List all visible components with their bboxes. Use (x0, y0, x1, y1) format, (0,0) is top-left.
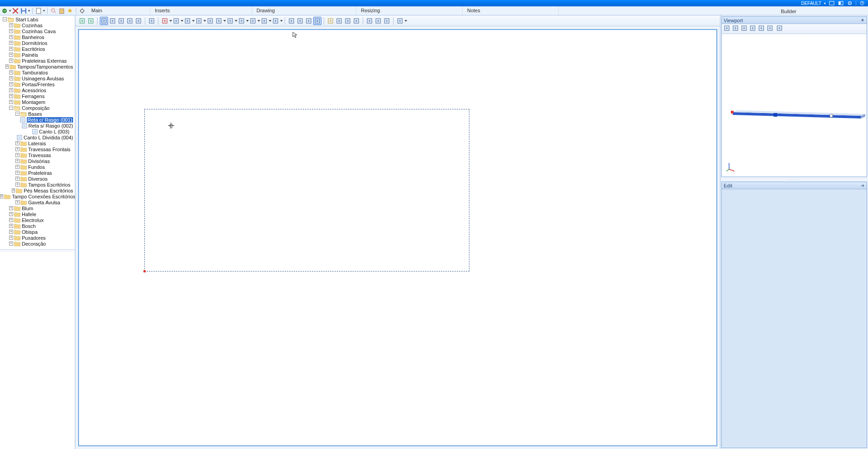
window-icon-1[interactable] (829, 0, 835, 6)
edit-body[interactable] (722, 189, 867, 448)
dropdown-icon[interactable] (181, 17, 183, 25)
tree-row[interactable]: +Travessas (0, 152, 75, 158)
tree-row[interactable]: +Blum (0, 205, 75, 211)
tree-row[interactable]: +Laterais (0, 140, 75, 146)
dropdown-icon[interactable] (192, 17, 194, 25)
dim-icon[interactable] (172, 17, 180, 25)
tab-main[interactable]: Main (87, 6, 150, 15)
tree-row[interactable]: Canto L Dividida (004) (0, 134, 75, 140)
tree-row[interactable]: +Dormitórios (0, 40, 75, 46)
tab-resizing[interactable]: Resizing (356, 6, 463, 15)
insert2-icon[interactable] (215, 17, 223, 25)
window-icon-2[interactable] (838, 0, 844, 6)
document-icon[interactable] (35, 7, 42, 15)
viewport-header[interactable]: Viewport × (722, 17, 867, 24)
tree-row[interactable]: +Montagem (0, 99, 75, 105)
tree-row[interactable]: Canto L (003) (0, 128, 75, 134)
zoom-out-icon[interactable] (750, 25, 757, 33)
line-icon[interactable] (260, 17, 268, 25)
dropdown-icon[interactable]: ▾ (28, 9, 30, 13)
zoom-in-icon[interactable] (117, 17, 125, 25)
dropdown-icon[interactable] (280, 17, 282, 25)
refresh-icon[interactable] (365, 17, 374, 25)
tree-row[interactable]: +Gaveta Avulsa (0, 199, 75, 205)
copy-icon[interactable] (271, 17, 280, 25)
tab-inserts[interactable]: Inserts (150, 6, 252, 15)
viewport-3d[interactable] (722, 34, 867, 177)
insert3-icon[interactable] (226, 17, 234, 25)
cylinder-icon[interactable] (335, 17, 343, 25)
zoom-fit-icon[interactable] (741, 25, 749, 33)
dropdown-icon[interactable] (257, 17, 260, 25)
tree-row[interactable]: +Obispa (0, 229, 75, 235)
edit-header[interactable]: Edit (722, 182, 867, 189)
help-icon[interactable]: ? (859, 0, 865, 6)
flag-icon[interactable] (161, 17, 169, 25)
close-red-icon[interactable] (12, 7, 19, 15)
columns-icon[interactable] (305, 17, 313, 25)
tree-row[interactable]: +Pés Mesas Escritórios (0, 187, 75, 193)
pan-icon[interactable] (767, 25, 774, 33)
tree-row[interactable]: +Banheiros (0, 34, 75, 40)
tag-icon[interactable] (383, 17, 391, 25)
align-icon[interactable] (183, 17, 192, 25)
dropdown-icon[interactable]: ▾ (43, 9, 45, 13)
orbit-icon[interactable] (732, 25, 740, 33)
tree-row[interactable]: +Ferragens (0, 93, 75, 99)
insert4-icon[interactable] (237, 17, 246, 25)
tree-row[interactable]: +Electrolux (0, 217, 75, 223)
clipboard-icon[interactable] (58, 7, 65, 15)
panel-icon[interactable] (344, 17, 352, 25)
tree-row[interactable]: −Start Labs (0, 16, 75, 22)
image-icon[interactable] (287, 17, 296, 25)
tree-row[interactable]: +Cozinhas (0, 22, 75, 28)
tree-row[interactable]: +Divisórias (0, 158, 75, 164)
drawing-canvas[interactable] (81, 32, 715, 444)
profile-dropdown-icon[interactable]: ▾ (824, 1, 826, 5)
library-tree-panel[interactable]: −Start Labs+Cozinhas+Cozinhas Cava+Banhe… (0, 15, 75, 449)
redo-icon[interactable] (87, 17, 95, 25)
col2-icon[interactable] (313, 17, 321, 25)
undo-icon[interactable] (78, 17, 86, 25)
grid-icon[interactable] (296, 17, 304, 25)
tree-row[interactable]: +Prateleiras (0, 170, 75, 176)
dropdown-icon[interactable] (169, 17, 172, 25)
tree-row[interactable]: +Tampos Escritórios (0, 182, 75, 187)
zoom-out-icon[interactable] (134, 17, 143, 25)
tree-row[interactable]: +Tamburatos (0, 69, 75, 75)
tree-row[interactable]: +Fundos (0, 164, 75, 170)
tab-builder[interactable]: Builder (776, 7, 867, 14)
dropdown-icon[interactable] (269, 17, 271, 25)
dropdown-icon[interactable] (223, 17, 226, 25)
tree-row[interactable]: +Acessórios (0, 87, 75, 93)
settings-gear-icon[interactable] (847, 0, 853, 6)
pin-icon[interactable] (860, 183, 865, 188)
tree-row[interactable]: +Painéis (0, 52, 75, 58)
expand-icon[interactable] (79, 7, 86, 15)
part-outline[interactable] (144, 109, 469, 271)
tree-row[interactable]: +Travessas Frontais (0, 146, 75, 152)
tree-row[interactable]: +Cozinhas Cava (0, 28, 75, 34)
info-icon[interactable] (352, 17, 360, 25)
layers-icon[interactable] (374, 17, 382, 25)
view-cube-icon[interactable] (776, 25, 784, 33)
insert1-icon[interactable] (206, 17, 214, 25)
globe-back-icon[interactable] (1, 7, 8, 15)
tree-row[interactable]: Reta c/ Rasgo (001) (0, 117, 75, 123)
tree-row[interactable]: +Escritórios (0, 46, 75, 52)
dropdown-icon[interactable] (203, 17, 206, 25)
tree-row[interactable]: +Portas/Frentes (0, 81, 75, 87)
tree-row[interactable]: +Usinagens Avulsas (0, 75, 75, 81)
find-icon[interactable] (50, 7, 57, 15)
tab-notes[interactable]: Notes (463, 6, 559, 15)
panel-grip[interactable] (720, 178, 868, 181)
box3d-icon[interactable] (326, 17, 335, 25)
tree-row[interactable]: +Tampo Conexões Escritórios (0, 193, 75, 199)
select-icon[interactable] (100, 17, 108, 25)
tree-row[interactable]: +Bosch (0, 223, 75, 229)
favorite-icon[interactable] (66, 7, 74, 15)
window-icon[interactable] (396, 17, 404, 25)
save-icon[interactable] (20, 7, 27, 15)
close-icon[interactable]: × (860, 18, 865, 23)
tree-splitter[interactable] (0, 249, 75, 252)
